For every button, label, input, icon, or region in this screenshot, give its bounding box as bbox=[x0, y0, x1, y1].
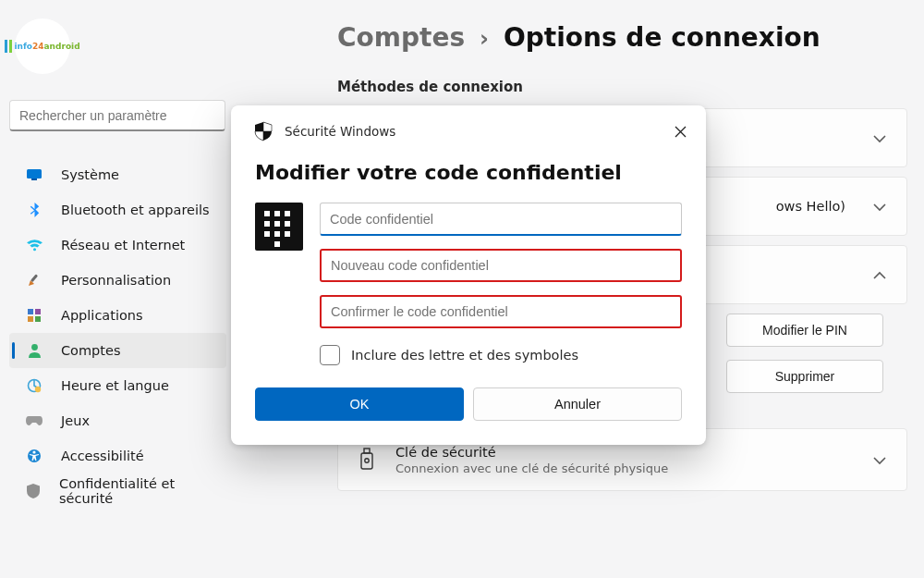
close-button[interactable] bbox=[667, 118, 693, 144]
sidebar-item-games[interactable]: Jeux bbox=[9, 403, 226, 438]
bluetooth-icon bbox=[24, 203, 44, 218]
chevron-down-icon bbox=[873, 130, 886, 145]
svg-rect-5 bbox=[35, 309, 41, 314]
chevron-down-icon bbox=[873, 199, 886, 214]
chevron-up-icon bbox=[873, 267, 886, 282]
sidebar-item-bluetooth[interactable]: Bluetooth et appareils bbox=[9, 192, 226, 228]
apps-icon bbox=[24, 309, 44, 323]
svg-rect-4 bbox=[28, 309, 33, 314]
sidebar-item-privacy[interactable]: Confidentialité et sécurité bbox=[9, 473, 226, 509]
security-key-subtitle: Connexion avec une clé de sécurité physi… bbox=[395, 461, 668, 475]
svg-point-12 bbox=[32, 450, 35, 453]
sidebar-nav: Système Bluetooth et appareils Réseau et… bbox=[9, 157, 226, 509]
keypad-icon bbox=[255, 203, 303, 251]
sidebar-item-time-language[interactable]: Heure et langue bbox=[9, 368, 226, 403]
sidebar-item-label: Confidentialité et sécurité bbox=[59, 476, 217, 506]
accessibility-icon bbox=[24, 449, 44, 463]
checkbox-box[interactable] bbox=[320, 345, 340, 365]
sidebar-item-label: Accessibilité bbox=[61, 449, 144, 463]
modify-pin-button[interactable]: Modifier le PIN bbox=[726, 314, 883, 347]
sidebar-item-label: Jeux bbox=[61, 413, 90, 428]
sidebar-item-label: Heure et langue bbox=[61, 378, 169, 393]
shield-icon bbox=[255, 122, 272, 141]
svg-rect-3 bbox=[30, 274, 38, 282]
gamepad-icon bbox=[24, 415, 44, 426]
breadcrumb-parent[interactable]: Comptes bbox=[337, 22, 465, 53]
sidebar-item-label: Applications bbox=[61, 308, 143, 323]
sidebar-item-label: Comptes bbox=[61, 343, 121, 358]
person-icon bbox=[24, 343, 44, 358]
dialog-header: Sécurité Windows bbox=[255, 122, 682, 141]
sidebar-item-label: Système bbox=[61, 167, 119, 182]
sidebar-item-network[interactable]: Réseau et Internet bbox=[9, 228, 226, 263]
svg-rect-13 bbox=[364, 449, 370, 453]
sidebar-item-accessibility[interactable]: Accessibilité bbox=[9, 438, 226, 473]
monitor-icon bbox=[24, 169, 44, 180]
svg-rect-1 bbox=[31, 178, 37, 180]
sidebar-item-label: Personnalisation bbox=[61, 273, 171, 288]
confirm-pin-input[interactable] bbox=[320, 295, 682, 328]
sidebar-item-personalization[interactable]: Personnalisation bbox=[9, 263, 226, 298]
include-symbols-checkbox[interactable]: Inclure des lettre et des symboles bbox=[320, 345, 682, 365]
new-pin-input[interactable] bbox=[320, 249, 682, 282]
svg-rect-7 bbox=[35, 316, 41, 322]
avatar[interactable]: info24android bbox=[15, 18, 70, 74]
dialog-app-name: Sécurité Windows bbox=[285, 124, 395, 139]
hello-hint-text: ows Hello) bbox=[776, 199, 845, 214]
sidebar-item-label: Bluetooth et appareils bbox=[61, 203, 210, 217]
svg-rect-6 bbox=[28, 316, 33, 322]
section-title: Méthodes de connexion bbox=[337, 79, 907, 95]
svg-point-2 bbox=[32, 248, 35, 251]
usb-key-icon bbox=[355, 449, 379, 471]
cancel-button[interactable]: Annuler bbox=[473, 387, 682, 421]
svg-point-8 bbox=[31, 344, 38, 350]
sidebar-item-label: Réseau et Internet bbox=[61, 238, 185, 252]
svg-rect-0 bbox=[27, 169, 42, 178]
current-pin-input[interactable] bbox=[320, 203, 682, 236]
search-input[interactable] bbox=[19, 108, 215, 123]
ok-button[interactable]: OK bbox=[255, 387, 464, 421]
sidebar: info24android Système Bluetooth et appar… bbox=[0, 0, 236, 578]
windows-security-dialog: Sécurité Windows Modifier votre code con… bbox=[231, 105, 706, 445]
globe-clock-icon bbox=[24, 378, 44, 393]
chevron-down-icon bbox=[873, 452, 886, 467]
svg-point-10 bbox=[35, 387, 41, 392]
include-symbols-label: Inclure des lettre et des symboles bbox=[351, 348, 578, 363]
wifi-icon bbox=[24, 240, 44, 252]
pin-fields bbox=[320, 203, 682, 328]
brush-icon bbox=[24, 273, 44, 288]
svg-point-15 bbox=[365, 459, 369, 462]
delete-pin-button[interactable]: Supprimer bbox=[726, 360, 883, 393]
sidebar-item-system[interactable]: Système bbox=[9, 157, 226, 192]
breadcrumb-current: Options de connexion bbox=[504, 22, 821, 53]
svg-rect-14 bbox=[361, 453, 372, 469]
breadcrumb: Comptes › Options de connexion bbox=[337, 22, 907, 53]
dialog-title: Modifier votre code confidentiel bbox=[255, 161, 682, 184]
chevron-right-icon: › bbox=[480, 26, 489, 52]
search-input-wrapper[interactable] bbox=[9, 100, 225, 131]
sidebar-item-accounts[interactable]: Comptes bbox=[9, 333, 226, 368]
sidebar-item-apps[interactable]: Applications bbox=[9, 298, 226, 333]
shield-privacy-icon bbox=[24, 484, 43, 498]
security-key-title: Clé de sécurité bbox=[395, 445, 668, 460]
